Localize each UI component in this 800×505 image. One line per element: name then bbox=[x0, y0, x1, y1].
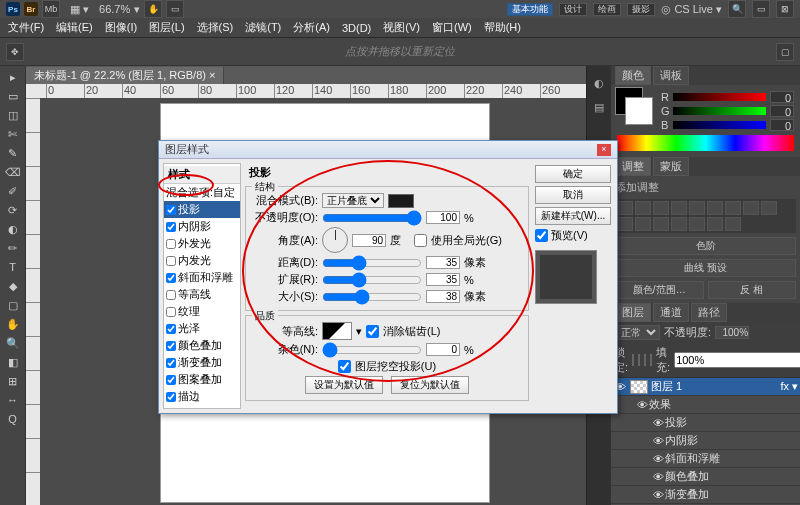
layer-row[interactable]: 👁效果 bbox=[611, 396, 800, 414]
dist-field[interactable] bbox=[426, 256, 460, 269]
menu-item[interactable]: 视图(V) bbox=[383, 20, 420, 35]
workspace-photo[interactable]: 摄影 bbox=[627, 3, 655, 16]
workspace-paint[interactable]: 绘画 bbox=[593, 3, 621, 16]
lock-all-icon[interactable] bbox=[650, 354, 652, 366]
tool-14[interactable]: 🔍 bbox=[2, 334, 24, 352]
contour-picker[interactable] bbox=[322, 322, 352, 340]
style-item[interactable]: 斜面和浮雕 bbox=[164, 269, 240, 286]
style-item[interactable]: 内发光 bbox=[164, 252, 240, 269]
size-slider[interactable] bbox=[322, 291, 422, 303]
menu-item[interactable]: 编辑(E) bbox=[56, 20, 93, 35]
menu-item[interactable]: 选择(S) bbox=[197, 20, 234, 35]
workspace-design[interactable]: 设计 bbox=[559, 3, 587, 16]
style-item[interactable]: 投影 bbox=[164, 201, 240, 218]
style-item[interactable]: 混合选项:自定 bbox=[164, 184, 240, 201]
style-check[interactable] bbox=[166, 222, 176, 232]
antialias-check[interactable] bbox=[366, 325, 379, 338]
adjust-icon[interactable] bbox=[707, 217, 723, 231]
dist-slider[interactable] bbox=[322, 257, 422, 269]
adjust-icon[interactable] bbox=[617, 201, 633, 215]
op-field[interactable] bbox=[426, 211, 460, 224]
angle-field[interactable] bbox=[352, 234, 386, 247]
adjust-icon[interactable] bbox=[761, 201, 777, 215]
g-value[interactable]: 0 bbox=[770, 105, 794, 117]
angle-dial[interactable] bbox=[322, 227, 348, 253]
tool-18[interactable]: Q bbox=[2, 410, 24, 428]
b-value[interactable]: 0 bbox=[770, 119, 794, 131]
tool-6[interactable]: ✐ bbox=[2, 182, 24, 200]
opt-icon-a[interactable]: ▢ bbox=[776, 43, 794, 61]
adjust-icon[interactable] bbox=[743, 201, 759, 215]
cancel-button[interactable]: 取消 bbox=[535, 186, 611, 204]
actions-icon[interactable]: ▤ bbox=[590, 98, 608, 116]
layer-row[interactable]: 👁内阴影 bbox=[611, 432, 800, 450]
make-default-button[interactable]: 设置为默认值 bbox=[305, 376, 383, 394]
tab-adjust[interactable]: 调整 bbox=[615, 157, 651, 176]
move-tool-icon[interactable]: ✥ bbox=[6, 43, 24, 61]
blend-select[interactable]: 正片叠底 bbox=[322, 193, 384, 208]
cslive-button[interactable]: ◎ CS Live ▾ bbox=[661, 3, 722, 16]
style-check[interactable] bbox=[166, 205, 176, 215]
menu-item[interactable]: 图层(L) bbox=[149, 20, 184, 35]
curves-preset[interactable]: 曲线 预设 bbox=[615, 259, 796, 277]
dialog-titlebar[interactable]: 图层样式× bbox=[159, 141, 617, 159]
r-value[interactable]: 0 bbox=[770, 91, 794, 103]
adjust-icon[interactable] bbox=[689, 217, 705, 231]
style-item-label[interactable]: 颜色叠加 bbox=[178, 338, 222, 353]
style-check[interactable] bbox=[166, 256, 176, 266]
color-range-button[interactable]: 颜色/范围… bbox=[615, 281, 704, 299]
tool-10[interactable]: T bbox=[2, 258, 24, 276]
style-item-label[interactable]: 投影 bbox=[178, 202, 200, 217]
tool-8[interactable]: ◐ bbox=[2, 220, 24, 238]
doc-icon[interactable]: ▭ bbox=[166, 0, 184, 18]
style-item[interactable]: 光泽 bbox=[164, 320, 240, 337]
tab-swatches[interactable]: 调板 bbox=[653, 66, 689, 85]
tool-2[interactable]: ◫ bbox=[2, 106, 24, 124]
menu-item[interactable]: 文件(F) bbox=[8, 20, 44, 35]
noise-field[interactable] bbox=[426, 343, 460, 356]
style-check[interactable] bbox=[166, 324, 176, 334]
adjust-icon[interactable] bbox=[671, 201, 687, 215]
tab-paths[interactable]: 路径 bbox=[691, 303, 727, 322]
tool-4[interactable]: ✎ bbox=[2, 144, 24, 162]
tool-17[interactable]: ↔ bbox=[2, 391, 24, 409]
style-check[interactable] bbox=[166, 375, 176, 385]
adjust-icon[interactable] bbox=[653, 217, 669, 231]
tool-9[interactable]: ✏ bbox=[2, 239, 24, 257]
style-item-label[interactable]: 光泽 bbox=[178, 321, 200, 336]
bg-swatch[interactable] bbox=[625, 97, 653, 125]
noise-slider[interactable] bbox=[322, 344, 422, 356]
menu-item[interactable]: 图像(I) bbox=[105, 20, 137, 35]
style-item-label[interactable]: 图案叠加 bbox=[178, 372, 222, 387]
style-check[interactable] bbox=[166, 307, 176, 317]
adjust-icon[interactable] bbox=[671, 217, 687, 231]
tool-15[interactable]: ◧ bbox=[2, 353, 24, 371]
workspace-basic[interactable]: 基本功能 bbox=[507, 3, 553, 16]
document-tab[interactable]: 未标题-1 @ 22.2% (图层 1, RGB/8) × bbox=[26, 67, 224, 84]
style-item-label[interactable]: 内发光 bbox=[178, 253, 211, 268]
window-menu-grid[interactable]: ▦ ▾ bbox=[70, 3, 89, 16]
style-item[interactable]: 图案叠加 bbox=[164, 371, 240, 388]
shadow-color-swatch[interactable] bbox=[388, 194, 414, 208]
style-check[interactable] bbox=[166, 290, 176, 300]
spectrum-bar[interactable] bbox=[617, 135, 794, 151]
style-item-label[interactable]: 渐变叠加 bbox=[178, 355, 222, 370]
tab-layers[interactable]: 图层 bbox=[615, 303, 651, 322]
tab-mask[interactable]: 蒙版 bbox=[653, 157, 689, 176]
style-check[interactable] bbox=[166, 392, 176, 402]
global-light-check[interactable] bbox=[414, 234, 427, 247]
invert-button[interactable]: 反 相 bbox=[708, 281, 797, 299]
b-slider[interactable] bbox=[673, 121, 766, 129]
style-check[interactable] bbox=[166, 273, 176, 283]
g-slider[interactable] bbox=[673, 107, 766, 115]
lock-position-icon[interactable] bbox=[644, 354, 646, 366]
style-item-label[interactable]: 外发光 bbox=[178, 236, 211, 251]
style-item[interactable]: 描边 bbox=[164, 388, 240, 405]
fill-input[interactable] bbox=[674, 352, 800, 368]
r-slider[interactable] bbox=[673, 93, 766, 101]
adjust-icon[interactable] bbox=[635, 217, 651, 231]
menu-item[interactable]: 滤镜(T) bbox=[245, 20, 281, 35]
tool-12[interactable]: ▢ bbox=[2, 296, 24, 314]
tool-7[interactable]: ⟳ bbox=[2, 201, 24, 219]
preview-check[interactable] bbox=[535, 229, 548, 242]
